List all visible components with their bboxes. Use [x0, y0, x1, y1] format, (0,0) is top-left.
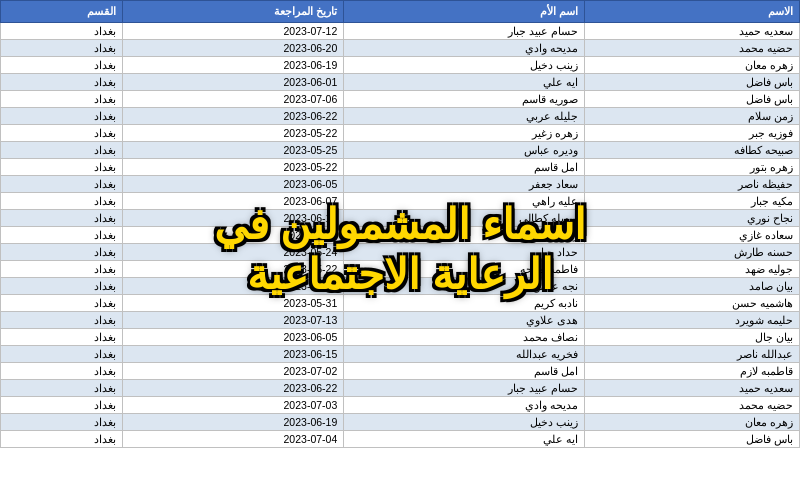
table-cell: مكيه جبار — [585, 193, 800, 210]
table-cell: 2023-06-20 — [123, 40, 344, 57]
table-cell: بغداد — [1, 159, 123, 176]
table-row: حسنه طارشحداد جبار2023-05-24بغداد — [1, 244, 800, 261]
table-cell: نجاح نوري — [585, 210, 800, 227]
table-cell: بغداد — [1, 125, 123, 142]
table-cell: امل قاسم — [344, 159, 585, 176]
table-row: سعديه حميدحسام عبيد جبار2023-07-12بغداد — [1, 23, 800, 40]
table-cell: بغداد — [1, 329, 123, 346]
table-cell: 2023-06-22 — [123, 108, 344, 125]
table-cell: عليه راهي — [344, 193, 585, 210]
table-row: عبدالله ناصرفخريه عبدالله2023-06-15بغداد — [1, 346, 800, 363]
table-cell: باس فاضل — [585, 74, 800, 91]
table-row: حليمه شويردهدى علاوي2023-07-13بغداد — [1, 312, 800, 329]
table-cell: 2023-06-15 — [123, 346, 344, 363]
table-cell: بغداد — [1, 108, 123, 125]
table-cell: 2023-05-31 — [123, 295, 344, 312]
table-cell: 2023-06-19 — [123, 210, 344, 227]
table-cell: بغداد — [1, 363, 123, 380]
table-cell: بغداد — [1, 261, 123, 278]
table-cell: بيان صامد — [585, 278, 800, 295]
table-cell: هاشميه حسن — [585, 295, 800, 312]
table-cell: 2023-07-02 — [123, 363, 344, 380]
table-cell: حسام عبيد جبار — [344, 23, 585, 40]
table-cell: عبدالله ناصر — [585, 346, 800, 363]
table-cell: حليمه شويرد — [585, 312, 800, 329]
table-cell: جليله عربي — [344, 108, 585, 125]
table-cell: 2023-07-06 — [123, 91, 344, 108]
table-cell: 2023-06-22 — [123, 380, 344, 397]
table-cell: نجه عباس — [344, 278, 585, 295]
table-row: زهره بتورامل قاسم2023-05-22بغداد — [1, 159, 800, 176]
table-cell: فوزيه جبر — [585, 125, 800, 142]
table-cell: سهيله كطالي — [344, 210, 585, 227]
table-row: فوزيه جبرزهره زغير2023-05-22بغداد — [1, 125, 800, 142]
table-cell: بغداد — [1, 414, 123, 431]
table-cell: 2023-06-01 — [123, 74, 344, 91]
table-cell: 2023-07-03 — [123, 397, 344, 414]
table-cell: 2023-05-25 — [123, 142, 344, 159]
table-cell: بغداد — [1, 176, 123, 193]
table-cell: صبيحه كطافه — [585, 142, 800, 159]
table-cell: بغداد — [1, 244, 123, 261]
table-cell: بغداد — [1, 23, 123, 40]
table-row: صبيحه كطافهوديره عباس2023-05-25بغداد — [1, 142, 800, 159]
table-row: زهره معانزينب دخيل2023-06-19بغداد — [1, 414, 800, 431]
table-cell: زهره بتور — [585, 159, 800, 176]
table-row: حفيظه ناصرسعاد جعفر2023-06-05بغداد — [1, 176, 800, 193]
table-cell: زهره معان — [585, 57, 800, 74]
table-cell: بغداد — [1, 295, 123, 312]
table-cell: فاطمه طلحه — [344, 261, 585, 278]
table-cell: بغداد — [1, 91, 123, 108]
table-cell: بيان جال — [585, 329, 800, 346]
table-cell: حضيه محمد — [585, 397, 800, 414]
table-cell: بغداد — [1, 74, 123, 91]
table-row: زهره معانزينب دخيل2023-06-19بغداد — [1, 57, 800, 74]
table-cell: زمن سلام — [585, 108, 800, 125]
table-row: باس فاضلايه علي2023-06-01بغداد — [1, 74, 800, 91]
table-row: باس فاضلصوريه قاسم2023-07-06بغداد — [1, 91, 800, 108]
table-cell: بغداد — [1, 312, 123, 329]
table-row: سعاده غازيرسميه محمد2023-05-23بغداد — [1, 227, 800, 244]
table-cell: زينب دخيل — [344, 414, 585, 431]
table-row: بيان جالنصاف محمد2023-06-05بغداد — [1, 329, 800, 346]
table-row: بيان صامدنجه عباس2023-07-06بغداد — [1, 278, 800, 295]
table-cell: حداد جبار — [344, 244, 585, 261]
table-cell: رسميه محمد — [344, 227, 585, 244]
table-cell: قاطمبه لازم — [585, 363, 800, 380]
table-cell: صوريه قاسم — [344, 91, 585, 108]
table-row: قاطمبه لازمامل قاسم2023-07-02بغداد — [1, 363, 800, 380]
table-cell: بغداد — [1, 380, 123, 397]
data-table: الاسم اسم الأم تاريخ المراجعة القسم سعدي… — [0, 0, 800, 448]
table-cell: وديره عباس — [344, 142, 585, 159]
table-cell: حسام عبيد جبار — [344, 380, 585, 397]
table-row: باس فاضلايه علي2023-07-04بغداد — [1, 431, 800, 448]
table-cell: باس فاضل — [585, 431, 800, 448]
table-row: جوليه ضهدفاطمه طلحه2023-05-22بغداد — [1, 261, 800, 278]
table-cell: سعديه حميد — [585, 23, 800, 40]
table-row: زمن سلامجليله عربي2023-06-22بغداد — [1, 108, 800, 125]
main-container: الاسم اسم الأم تاريخ المراجعة القسم سعدي… — [0, 0, 800, 500]
table-row: سعديه حميدحسام عبيد جبار2023-06-22بغداد — [1, 380, 800, 397]
table-cell: 2023-06-05 — [123, 329, 344, 346]
table-cell: 2023-06-19 — [123, 57, 344, 74]
table-cell: 2023-06-07 — [123, 193, 344, 210]
table-cell: 2023-05-23 — [123, 227, 344, 244]
table-cell: حسنه طارش — [585, 244, 800, 261]
table-row: حضيه محمدمديحه وادي2023-06-20بغداد — [1, 40, 800, 57]
table-cell: 2023-05-24 — [123, 244, 344, 261]
table-cell: جوليه ضهد — [585, 261, 800, 278]
col-header-district: القسم — [1, 1, 123, 23]
table-cell: 2023-07-13 — [123, 312, 344, 329]
col-header-name: الاسم — [585, 1, 800, 23]
table-cell: مديحه وادي — [344, 397, 585, 414]
table-cell: بغداد — [1, 431, 123, 448]
table-cell: ايه علي — [344, 74, 585, 91]
table-row: هاشميه حسننادبه كريم2023-05-31بغداد — [1, 295, 800, 312]
table-cell: سعديه حميد — [585, 380, 800, 397]
table-cell: بغداد — [1, 227, 123, 244]
table-cell: فخريه عبدالله — [344, 346, 585, 363]
table-cell: حفيظه ناصر — [585, 176, 800, 193]
table-cell: بغداد — [1, 210, 123, 227]
table-cell: نصاف محمد — [344, 329, 585, 346]
table-cell: 2023-05-22 — [123, 261, 344, 278]
